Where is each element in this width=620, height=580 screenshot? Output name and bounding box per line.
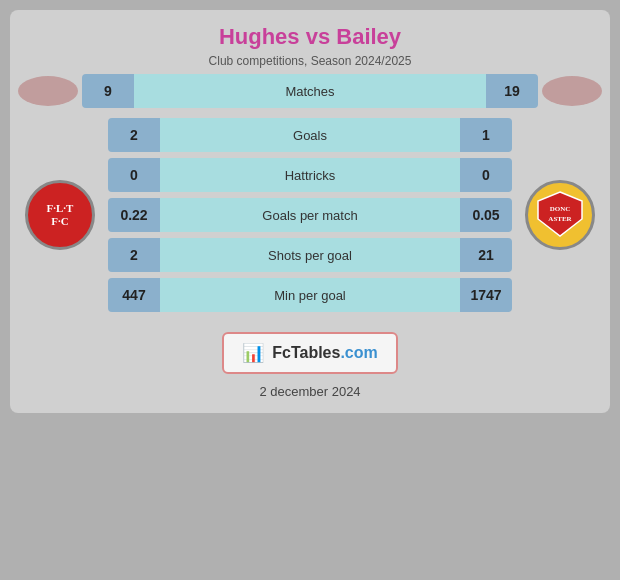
matches-row-wrapper: 9 Matches 19 xyxy=(10,74,610,108)
stat-label-min-per-goal: Min per goal xyxy=(160,278,460,312)
fleetwood-badge: F·L·TF·C xyxy=(25,180,95,250)
page-title: Hughes vs Bailey xyxy=(20,24,600,50)
stat-label-matches: Matches xyxy=(134,74,486,108)
oval-left-decoration xyxy=(18,76,78,106)
oval-right-decoration xyxy=(542,76,602,106)
stat-label-shots-per-goal: Shots per goal xyxy=(160,238,460,272)
subtitle: Club competitions, Season 2024/2025 xyxy=(20,54,600,68)
stat-label-goals-per-match: Goals per match xyxy=(160,198,460,232)
stat-right-shots-per-goal: 21 xyxy=(460,238,512,272)
brand-text: FcTables.com xyxy=(272,344,378,362)
right-club-logo: DONC ASTER xyxy=(520,180,600,250)
stats-section: F·L·TF·C 2 Goals 1 0 Hattricks 0 0.22 Go… xyxy=(10,108,610,322)
title-area: Hughes vs Bailey Club competitions, Seas… xyxy=(10,10,610,74)
stat-right-goals: 1 xyxy=(460,118,512,152)
stat-left-goals-per-match: 0.22 xyxy=(108,198,160,232)
stat-label-goals: Goals xyxy=(160,118,460,152)
stat-label-hattricks: Hattricks xyxy=(160,158,460,192)
brand-box: 📊 FcTables.com xyxy=(222,332,398,374)
stat-left-matches: 9 xyxy=(82,74,134,108)
stats-rows: 2 Goals 1 0 Hattricks 0 0.22 Goals per m… xyxy=(108,118,512,312)
brand-domain: .com xyxy=(340,344,377,361)
brand-icon: 📊 xyxy=(242,342,264,364)
stat-left-goals: 2 xyxy=(108,118,160,152)
date-text: 2 december 2024 xyxy=(10,384,610,399)
stat-row-matches: 9 Matches 19 xyxy=(82,74,538,108)
stat-row-min-per-goal: 447 Min per goal 1747 xyxy=(108,278,512,312)
doncaster-badge: DONC ASTER xyxy=(525,180,595,250)
stat-left-shots-per-goal: 2 xyxy=(108,238,160,272)
stat-right-min-per-goal: 1747 xyxy=(460,278,512,312)
stat-right-goals-per-match: 0.05 xyxy=(460,198,512,232)
stat-row-goals-per-match: 0.22 Goals per match 0.05 xyxy=(108,198,512,232)
brand-area: 📊 FcTables.com xyxy=(10,332,610,374)
main-card: Hughes vs Bailey Club competitions, Seas… xyxy=(10,10,610,413)
doncaster-badge-text: DONC ASTER xyxy=(535,189,585,242)
stat-left-hattricks: 0 xyxy=(108,158,160,192)
svg-text:DONC: DONC xyxy=(550,205,571,213)
svg-text:ASTER: ASTER xyxy=(548,215,572,223)
svg-marker-0 xyxy=(538,192,582,236)
stat-row-hattricks: 0 Hattricks 0 xyxy=(108,158,512,192)
left-club-logo: F·L·TF·C xyxy=(20,180,100,250)
stat-row-goals: 2 Goals 1 xyxy=(108,118,512,152)
stat-right-hattricks: 0 xyxy=(460,158,512,192)
stat-right-matches: 19 xyxy=(486,74,538,108)
stat-row-shots-per-goal: 2 Shots per goal 21 xyxy=(108,238,512,272)
stat-left-min-per-goal: 447 xyxy=(108,278,160,312)
fleetwood-badge-text: F·L·TF·C xyxy=(47,202,74,228)
